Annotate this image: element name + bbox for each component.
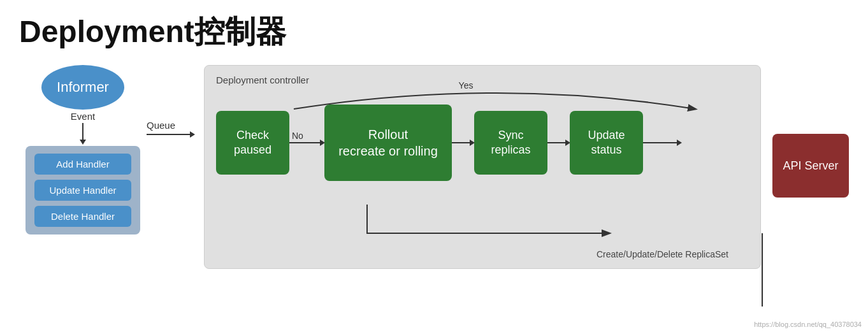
arrow-to-api	[643, 142, 681, 143]
deployment-controller: Deployment controller Yes Checkpaused No	[204, 65, 761, 269]
queue-arrow	[147, 134, 191, 135]
arrow-to-api-line	[643, 142, 678, 143]
arrow-to-sync-line	[452, 142, 471, 143]
rollout-label: Rolloutrecreate or rolling	[338, 126, 438, 159]
sync-replicas-label: Syncreplicas	[491, 128, 530, 158]
page-title: Deployment控制器	[0, 0, 868, 59]
handlers-box: Add Handler Update Handler Delete Handle…	[25, 146, 140, 235]
no-arrow-line	[289, 142, 321, 143]
queue-section: Queue	[147, 134, 198, 135]
dc-inner: Checkpaused No Rolloutrecreate or rollin…	[216, 105, 749, 181]
arrow-to-update-line	[547, 142, 567, 143]
left-section: Informer Event Add Handler Update Handle…	[19, 65, 147, 235]
add-handler-btn: Add Handler	[34, 154, 131, 175]
sync-replicas-box: Syncreplicas	[474, 111, 547, 175]
arrow-to-update	[547, 142, 570, 143]
api-server-box: API Server	[772, 134, 849, 198]
queue-label: Queue	[147, 120, 175, 131]
event-arrow-line	[82, 123, 83, 141]
api-server-section: API Server	[772, 134, 849, 198]
check-paused-box: Checkpaused	[216, 111, 289, 175]
queue-arrow-line	[147, 134, 191, 135]
event-label: Event	[71, 111, 95, 122]
watermark: https://blog.csdn.net/qq_40378034	[754, 321, 862, 328]
api-up-arrow	[762, 233, 763, 307]
update-status-label: Updatestatus	[588, 128, 625, 158]
no-arrow: No	[289, 142, 324, 143]
informer-oval: Informer	[41, 65, 124, 110]
rollout-box: Rolloutrecreate or rolling	[324, 105, 452, 181]
bottom-arc-svg	[303, 201, 616, 243]
update-status-box: Updatestatus	[570, 111, 643, 175]
update-handler-btn: Update Handler	[34, 180, 131, 201]
dc-title: Deployment controller	[216, 75, 749, 85]
arrow-to-sync	[452, 142, 474, 143]
delete-handler-btn: Delete Handler	[34, 206, 131, 227]
no-label: No	[292, 131, 303, 141]
event-arrow: Event	[71, 111, 95, 141]
create-update-label: Create/Update/Delete ReplicaSet	[597, 249, 728, 259]
check-paused-label: Checkpaused	[234, 128, 271, 158]
